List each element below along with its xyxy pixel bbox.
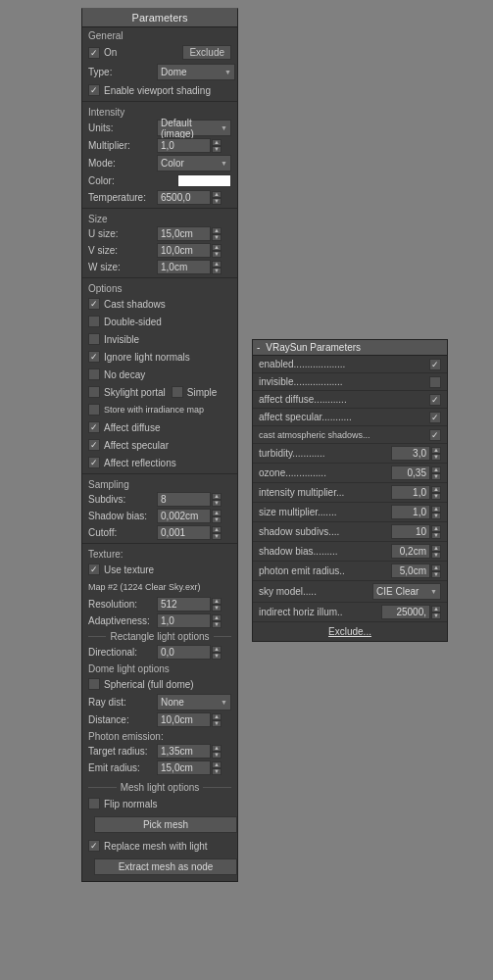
- target-radius-down[interactable]: ▼: [212, 752, 222, 759]
- no-decay-checkbox[interactable]: [88, 368, 100, 380]
- shadow-subdivs-input[interactable]: [391, 524, 430, 539]
- simple-checkbox[interactable]: [172, 386, 183, 398]
- sun-affect-diffuse-checkbox[interactable]: [429, 394, 441, 406]
- subdivs-up[interactable]: ▲: [212, 493, 222, 500]
- intensity-mult-up[interactable]: ▲: [431, 486, 441, 493]
- store-irradiance-checkbox[interactable]: [88, 404, 100, 416]
- type-dropdown[interactable]: Dome ▼: [157, 64, 235, 80]
- size-mult-up[interactable]: ▲: [431, 506, 441, 513]
- emit-radius-input[interactable]: [157, 760, 211, 775]
- spherical-checkbox[interactable]: [88, 678, 100, 690]
- shadow-bias-up[interactable]: ▲: [212, 510, 222, 516]
- temperature-input[interactable]: [157, 190, 211, 205]
- emit-radius-down[interactable]: ▼: [212, 768, 222, 775]
- sun-enabled-checkbox[interactable]: [429, 359, 441, 370]
- subdivs-down[interactable]: ▼: [212, 500, 222, 507]
- cutoff-up[interactable]: ▲: [212, 526, 222, 533]
- multiplier-down[interactable]: ▼: [212, 146, 222, 153]
- sun-shadow-bias-down[interactable]: ▼: [431, 552, 441, 559]
- u-size-up[interactable]: ▲: [212, 227, 222, 234]
- invisible-checkbox[interactable]: [88, 333, 100, 345]
- sun-shadow-bias-up[interactable]: ▲: [431, 545, 441, 552]
- affect-diffuse-checkbox[interactable]: [88, 421, 100, 433]
- ozone-up[interactable]: ▲: [431, 466, 441, 473]
- exclude-button[interactable]: Exclude: [182, 45, 231, 60]
- pick-mesh-button[interactable]: Pick mesh: [94, 816, 237, 833]
- emit-radius-up[interactable]: ▲: [212, 761, 222, 768]
- intensity-mult-input[interactable]: [391, 485, 430, 500]
- v-size-up[interactable]: ▲: [212, 244, 222, 251]
- directional-input[interactable]: [157, 645, 211, 660]
- ozone-down[interactable]: ▼: [431, 473, 441, 480]
- v-size-input[interactable]: [157, 243, 211, 258]
- turbidity-down[interactable]: ▼: [431, 454, 441, 461]
- turbidity-up[interactable]: ▲: [431, 447, 441, 454]
- shadow-subdivs-up[interactable]: ▲: [431, 525, 441, 532]
- ray-dist-dropdown[interactable]: None ▼: [157, 694, 231, 710]
- target-radius-up[interactable]: ▲: [212, 745, 222, 752]
- shadow-subdivs-down[interactable]: ▼: [431, 532, 441, 539]
- extract-node-button[interactable]: Extract mesh as node: [94, 858, 237, 875]
- shadow-bias-down[interactable]: ▼: [212, 516, 222, 523]
- w-size-input[interactable]: [157, 260, 211, 274]
- u-size-row: U size: ▲ ▼: [82, 225, 237, 242]
- sun-cast-atmospheric-checkbox[interactable]: [429, 429, 441, 441]
- viewport-checkbox[interactable]: [88, 84, 100, 96]
- affect-specular-checkbox[interactable]: [88, 439, 100, 451]
- photon-emit-input[interactable]: [391, 564, 430, 578]
- mode-dropdown[interactable]: Color ▼: [157, 155, 231, 172]
- sun-shadow-bias-input[interactable]: [391, 544, 430, 559]
- adaptiveness-up[interactable]: ▲: [212, 614, 222, 621]
- distance-up[interactable]: ▲: [212, 713, 222, 720]
- directional-down[interactable]: ▼: [212, 653, 222, 660]
- sky-model-dropdown[interactable]: CIE Clear ▼: [372, 583, 441, 600]
- cutoff-input[interactable]: [157, 525, 211, 540]
- temperature-up[interactable]: ▲: [212, 191, 222, 198]
- size-mult-input[interactable]: [391, 505, 430, 519]
- indirect-horiz-down[interactable]: ▼: [431, 612, 441, 619]
- on-checkbox[interactable]: [88, 47, 100, 59]
- resolution-down[interactable]: ▼: [212, 605, 222, 612]
- skylight-portal-checkbox[interactable]: [88, 386, 100, 398]
- affect-reflections-checkbox[interactable]: [88, 457, 100, 468]
- ignore-normals-checkbox[interactable]: [88, 351, 100, 363]
- sun-invisible-checkbox[interactable]: [429, 376, 441, 388]
- cutoff-down[interactable]: ▼: [212, 533, 222, 540]
- sun-exclude-label[interactable]: Exclude...: [328, 626, 371, 637]
- target-radius-input[interactable]: [157, 744, 211, 759]
- subdivs-input[interactable]: [157, 492, 211, 507]
- indirect-horiz-input[interactable]: [381, 605, 430, 619]
- directional-up[interactable]: ▲: [212, 646, 222, 653]
- adaptiveness-down[interactable]: ▼: [212, 621, 222, 628]
- photon-emit-up[interactable]: ▲: [431, 564, 441, 571]
- cast-shadows-checkbox[interactable]: [88, 298, 100, 310]
- ozone-input[interactable]: [391, 466, 430, 480]
- turbidity-input[interactable]: [391, 446, 430, 461]
- u-size-input[interactable]: [157, 226, 211, 241]
- resolution-up[interactable]: ▲: [212, 598, 222, 605]
- v-size-down[interactable]: ▼: [212, 251, 222, 258]
- distance-input[interactable]: [157, 712, 211, 727]
- intensity-mult-down[interactable]: ▼: [431, 493, 441, 500]
- shadow-bias-input[interactable]: [157, 509, 211, 523]
- w-size-up[interactable]: ▲: [212, 261, 222, 268]
- w-size-down[interactable]: ▼: [212, 268, 222, 274]
- adaptiveness-input[interactable]: [157, 613, 211, 628]
- sun-minimize-btn[interactable]: -: [257, 342, 260, 353]
- resolution-input[interactable]: [157, 597, 211, 612]
- distance-down[interactable]: ▼: [212, 720, 222, 727]
- sun-affect-specular-checkbox[interactable]: [429, 412, 441, 423]
- size-mult-down[interactable]: ▼: [431, 513, 441, 519]
- u-size-down[interactable]: ▼: [212, 234, 222, 241]
- temperature-down[interactable]: ▼: [212, 198, 222, 205]
- multiplier-up[interactable]: ▲: [212, 139, 222, 146]
- color-swatch[interactable]: [177, 174, 231, 187]
- use-texture-checkbox[interactable]: [88, 564, 100, 575]
- photon-emit-down[interactable]: ▼: [431, 571, 441, 578]
- indirect-horiz-up[interactable]: ▲: [431, 606, 441, 612]
- replace-mesh-checkbox[interactable]: [88, 840, 100, 852]
- flip-normals-checkbox[interactable]: [88, 798, 100, 809]
- double-sided-checkbox[interactable]: [88, 316, 100, 327]
- multiplier-input[interactable]: [157, 138, 211, 153]
- units-dropdown[interactable]: Default (image) ▼: [157, 120, 231, 136]
